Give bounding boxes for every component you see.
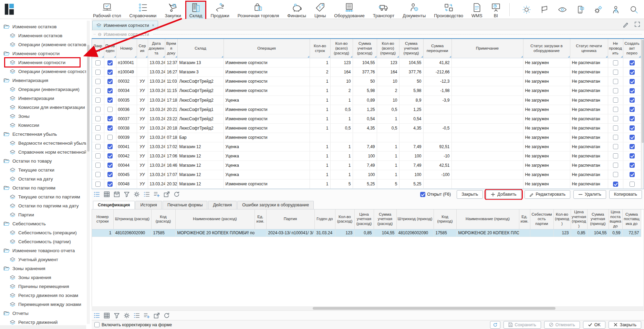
checkbox[interactable] bbox=[630, 172, 635, 177]
sidebar-item-15[interactable]: Справочник норм естественной убыли bbox=[0, 147, 86, 156]
checkbox[interactable] bbox=[630, 125, 635, 131]
sidebar-scrollbar[interactable] bbox=[87, 21, 90, 324]
add-list-icon[interactable] bbox=[154, 191, 160, 197]
edit-pencil-icon[interactable] bbox=[623, 21, 629, 28]
checkbox[interactable] bbox=[107, 163, 113, 168]
column-header[interactable]: Время доку bbox=[165, 39, 177, 58]
checkbox[interactable] bbox=[613, 97, 618, 103]
column-header[interactable]: Годен до bbox=[314, 209, 335, 229]
table-row[interactable]: 00038УУ13.03.2420:18ЛюксСофтТрейд2Измене… bbox=[92, 123, 641, 133]
mobile-message-icon[interactable] bbox=[576, 5, 585, 14]
table-row[interactable]: 00035УУ13.03.2417:18ЛюксСофтТрейд2Уценка… bbox=[92, 95, 641, 105]
menu-item-3[interactable]: Закупки bbox=[160, 1, 185, 20]
checkbox[interactable] bbox=[613, 107, 618, 112]
checkbox[interactable] bbox=[613, 125, 618, 131]
column-header[interactable]: Статус печати ценника bbox=[570, 39, 608, 58]
list-view-icon[interactable] bbox=[94, 312, 100, 319]
sidebar-item-19[interactable]: Остатки по партиям bbox=[0, 183, 86, 192]
copy-button[interactable]: Копировать bbox=[609, 190, 642, 199]
collapse-icon[interactable]: ⊖ bbox=[98, 32, 102, 37]
menu-item-9[interactable]: Оборудование bbox=[330, 1, 368, 20]
flag-icon[interactable] bbox=[540, 5, 549, 14]
calendar-view-icon[interactable] bbox=[114, 191, 120, 197]
checkbox[interactable] bbox=[107, 79, 113, 84]
add-list-icon[interactable] bbox=[144, 312, 150, 319]
column-header[interactable]: Создать акт перео bbox=[623, 39, 641, 58]
close-button[interactable]: Закрыть bbox=[609, 321, 641, 329]
column-header[interactable]: Не проводить bbox=[608, 39, 623, 58]
delete-button[interactable]: Удалить bbox=[573, 190, 606, 199]
menu-item-12[interactable]: Производство bbox=[430, 1, 467, 20]
export-icon[interactable] bbox=[154, 312, 160, 319]
table-row[interactable]: 00041УУ13.03.2417:02Магазин 12Уценка117,… bbox=[92, 142, 641, 151]
sidebar-item-11[interactable]: Зоны bbox=[0, 112, 86, 121]
sidebar-item-30[interactable]: Причины перемещения bbox=[0, 282, 86, 291]
checkbox[interactable] bbox=[630, 163, 635, 168]
menu-item-4[interactable]: Склад bbox=[185, 1, 207, 20]
close-document-button[interactable]: Закрыть bbox=[457, 190, 483, 199]
checkbox[interactable] bbox=[95, 163, 101, 168]
gear-icon[interactable] bbox=[134, 191, 140, 197]
column-header[interactable]: Партия bbox=[266, 209, 314, 229]
column-header[interactable]: Сумма поставщика до bbox=[622, 209, 641, 229]
checkbox[interactable] bbox=[107, 88, 113, 93]
sidebar-item-9[interactable]: Инвентаризации bbox=[0, 94, 86, 103]
sidebar-item-14[interactable]: Ведомости естественной убыли bbox=[0, 138, 86, 147]
checkbox[interactable] bbox=[613, 144, 618, 149]
menu-item-11[interactable]: Документы bbox=[398, 1, 430, 20]
maximize-icon[interactable] bbox=[634, 21, 641, 28]
sidebar-item-18[interactable]: Остатки на дату bbox=[0, 174, 86, 183]
column-header[interactable]: Кол-во (всего) (приход) bbox=[377, 39, 399, 58]
list-view-icon[interactable] bbox=[94, 191, 100, 197]
column-header[interactable]: Номер строки bbox=[92, 209, 113, 229]
menu-item-6[interactable]: Розничная торговля bbox=[233, 1, 283, 20]
checkbox[interactable] bbox=[630, 79, 635, 84]
column-header[interactable]: Ед. изм. bbox=[519, 209, 530, 229]
eye-icon[interactable] bbox=[558, 5, 567, 14]
menu-item-8[interactable]: Цены bbox=[310, 1, 330, 20]
checkbox[interactable] bbox=[95, 60, 101, 65]
column-header[interactable]: Код (расход) bbox=[151, 209, 175, 229]
checkbox[interactable] bbox=[630, 144, 635, 149]
sidebar-item-28[interactable]: Зоны хранения bbox=[0, 264, 86, 273]
sidebar-hscrollbar[interactable] bbox=[0, 325, 86, 329]
edit-button[interactable]: Редактировать bbox=[524, 190, 570, 199]
spec-row[interactable]: 1481020600209017585МОРОЖЕНОЕ 20 КОПЕЕК П… bbox=[92, 229, 641, 237]
checkbox[interactable] bbox=[630, 70, 635, 75]
sidebar-item-7[interactable]: Инвентаризация bbox=[0, 76, 86, 85]
table-row[interactable]: п10004913.03.2416:27Магазин 3Изменение с… bbox=[92, 68, 641, 77]
checkbox[interactable] bbox=[630, 153, 635, 158]
checkbox[interactable] bbox=[107, 182, 113, 187]
menu-item-7[interactable]: Финансы bbox=[283, 1, 310, 20]
sidebar-item-3[interactable]: Операции (изменение остатков) bbox=[0, 40, 86, 49]
checkbox[interactable] bbox=[630, 60, 635, 65]
checkbox[interactable] bbox=[95, 135, 101, 140]
checkbox[interactable] bbox=[613, 163, 618, 168]
column-header[interactable]: Кол-во (расход) bbox=[335, 209, 354, 229]
column-header[interactable]: Штрихкод (приход) bbox=[396, 209, 434, 229]
column-header[interactable]: Номер bbox=[116, 39, 137, 58]
sidebar-item-8[interactable]: Операции (инвентаризация) bbox=[0, 85, 86, 94]
menu-item-5[interactable]: Продажи bbox=[206, 1, 233, 20]
checkbox[interactable] bbox=[630, 135, 635, 140]
column-header[interactable]: Примечание bbox=[451, 39, 523, 58]
column-header[interactable]: Код (приход) bbox=[434, 209, 456, 229]
sidebar-item-13[interactable]: Естественная убыль bbox=[0, 130, 86, 138]
checkbox[interactable] bbox=[107, 107, 113, 112]
column-header[interactable]: Наименование (приход) bbox=[456, 209, 519, 229]
column-header[interactable]: Штрихкод (расход) bbox=[113, 209, 151, 229]
sidebar-item-33[interactable]: Отчеты bbox=[0, 309, 86, 318]
sidebar-item-20[interactable]: Текущие остатки по партиям bbox=[0, 192, 86, 201]
column-header[interactable]: Сумма учетная (расход) bbox=[353, 39, 377, 58]
column-header[interactable]: Себестоимость партии bbox=[530, 209, 553, 229]
table-row[interactable]: п10004113.03.2412:37Магазин 13Изменение … bbox=[92, 58, 641, 68]
sidebar-item-16[interactable]: Остатки по товару bbox=[0, 156, 86, 165]
checkbox[interactable] bbox=[95, 88, 101, 93]
checkbox[interactable] bbox=[613, 153, 618, 158]
checkbox[interactable] bbox=[613, 70, 618, 75]
checkbox[interactable] bbox=[95, 153, 101, 158]
checkbox[interactable] bbox=[94, 322, 100, 327]
checkbox[interactable] bbox=[95, 107, 101, 112]
menu-item-13[interactable]: WMS bbox=[467, 1, 487, 20]
checkbox[interactable] bbox=[95, 144, 101, 149]
